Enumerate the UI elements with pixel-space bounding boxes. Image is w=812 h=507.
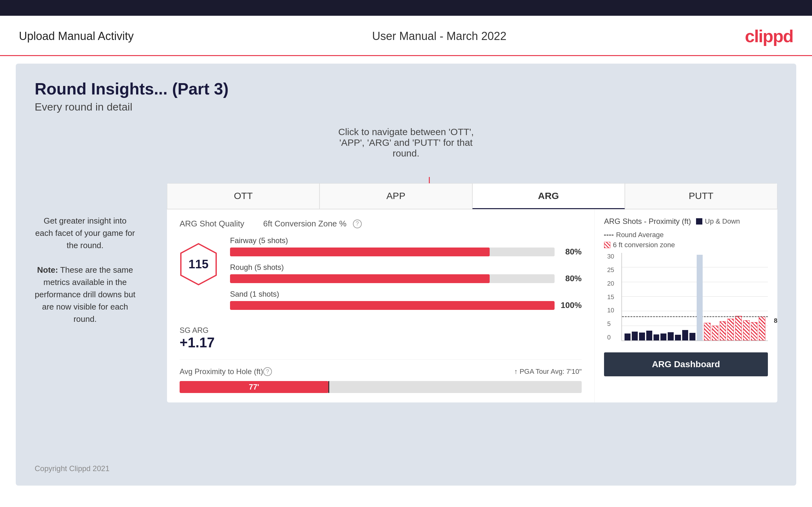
help-icon[interactable]: ? xyxy=(353,220,362,228)
sand-bar-row: 100% xyxy=(230,300,582,310)
hex-value: 115 xyxy=(189,258,208,271)
chart-container: 0 5 10 15 20 25 30 xyxy=(621,253,768,347)
bar-10 xyxy=(690,333,696,340)
proximity-bar-fill: 77' xyxy=(180,381,328,393)
sg-container: SG ARG +1.17 xyxy=(180,326,582,350)
bar-hatch-2 xyxy=(712,326,718,340)
sand-bar-fill xyxy=(230,301,555,310)
fairway-pct: 80% xyxy=(560,247,582,257)
bar-6 xyxy=(660,334,666,340)
shot-bars: Fairway (5 shots) 80% Rough (5 shots) xyxy=(230,236,582,317)
fairway-bar-row: 80% xyxy=(230,247,582,257)
bar-hatch-7 xyxy=(751,322,758,340)
fairway-bar-fill xyxy=(230,247,490,256)
legend-hatch-icon xyxy=(604,242,610,248)
rough-pct: 80% xyxy=(560,274,582,283)
sand-label: Sand (1 shots) xyxy=(230,290,582,298)
bar-4 xyxy=(646,331,652,340)
header: Upload Manual Activity User Manual - Mar… xyxy=(0,16,812,56)
proximity-label: Avg Proximity to Hole (ft) xyxy=(180,367,263,376)
bar-hatch-3 xyxy=(720,321,726,340)
rough-bar-fill xyxy=(230,274,490,283)
legend-up-down-label: Up & Down xyxy=(705,217,740,225)
clippd-logo: clippd xyxy=(745,26,793,46)
card-body: ARG Shot Quality 6ft Conversion Zone % ?… xyxy=(167,210,777,402)
top-bar xyxy=(0,0,812,16)
round-avg-value: 8 xyxy=(774,317,777,324)
sg-arg-label: SG ARG xyxy=(180,326,582,335)
tab-putt[interactable]: PUTT xyxy=(625,183,777,209)
bar-3 xyxy=(639,333,645,340)
rough-bar-row: 80% xyxy=(230,274,582,283)
main-content: Round Insights... (Part 3) Every round i… xyxy=(16,64,796,486)
legend-dashed-icon xyxy=(604,235,613,235)
upload-manual-link[interactable]: Upload Manual Activity xyxy=(19,30,134,43)
bar-hatch-5 xyxy=(735,316,742,340)
tab-app[interactable]: APP xyxy=(319,183,472,209)
arg-shot-quality-label: ARG Shot Quality xyxy=(180,219,244,229)
chart-header: ARG Shots - Proximity (ft) Up & Down Rou… xyxy=(604,217,768,239)
legend-conversion: 6 ft conversion zone xyxy=(604,241,768,249)
bar-current xyxy=(697,255,703,340)
bar-hatch-6 xyxy=(743,320,750,340)
fairway-label: Fairway (5 shots) xyxy=(230,236,582,245)
cursor-line xyxy=(328,381,329,393)
tab-arg[interactable]: ARG xyxy=(472,183,625,209)
proximity-help-icon[interactable]: ? xyxy=(263,367,272,376)
section-subtitle: Every round in detail xyxy=(35,101,777,113)
tab-ott[interactable]: OTT xyxy=(167,183,319,209)
bar-5 xyxy=(654,334,659,340)
sand-bar-track xyxy=(230,301,555,310)
shot-row-sand: Sand (1 shots) 100% xyxy=(230,290,582,310)
hexagon: 115 xyxy=(180,242,217,286)
footer-copyright: Copyright Clippd 2021 xyxy=(35,464,109,473)
bar-hatch-4 xyxy=(727,319,734,341)
proximity-value: 77' xyxy=(249,383,259,391)
bar-7 xyxy=(668,332,674,340)
bar-hatch-8 xyxy=(759,317,765,340)
legend-square-icon xyxy=(696,218,702,225)
chart-area: 8 xyxy=(621,253,768,341)
arg-dashboard-button[interactable]: ARG Dashboard xyxy=(604,352,768,376)
bar-2 xyxy=(632,332,638,340)
pga-avg: ↑ PGA Tour Avg: 7'10" xyxy=(514,368,582,376)
tab-bar: OTT APP ARG PUTT xyxy=(167,183,777,210)
proximity-section: Avg Proximity to Hole (ft) ? ↑ PGA Tour … xyxy=(180,359,582,393)
proximity-header: Avg Proximity to Hole (ft) ? ↑ PGA Tour … xyxy=(180,367,582,376)
bar-hatch-1 xyxy=(704,323,711,340)
right-panel: ARG Shots - Proximity (ft) Up & Down Rou… xyxy=(595,210,777,402)
left-panel: ARG Shot Quality 6ft Conversion Zone % ?… xyxy=(167,210,595,402)
bar-8 xyxy=(675,335,681,340)
conversion-zone-label: 6ft Conversion Zone % xyxy=(263,219,346,229)
legend-round-avg-label: Round Average xyxy=(616,231,664,239)
sand-pct: 100% xyxy=(560,300,582,310)
main-card: OTT APP ARG PUTT ARG Shot Quality 6ft Co… xyxy=(167,183,777,402)
hex-container: 115 Fairway (5 shots) 80% xyxy=(180,236,582,317)
sg-arg-value: +1.17 xyxy=(180,335,582,350)
bar-1 xyxy=(624,334,630,340)
shot-row-rough: Rough (5 shots) 80% xyxy=(230,263,582,283)
legend-round-avg: Round Average xyxy=(604,231,664,239)
rough-bar-track xyxy=(230,274,555,283)
chart-title: ARG Shots - Proximity (ft) xyxy=(604,217,691,226)
y-axis-labels: 0 5 10 15 20 25 30 xyxy=(607,253,614,341)
document-title: User Manual - March 2022 xyxy=(372,30,506,43)
insight-text: Get greater insight into each facet of y… xyxy=(35,215,136,325)
panel-header: ARG Shot Quality 6ft Conversion Zone % ? xyxy=(180,219,582,229)
fairway-bar-track xyxy=(230,247,555,256)
legend-conversion-label: 6 ft conversion zone xyxy=(613,241,675,249)
section-title: Round Insights... (Part 3) xyxy=(35,79,777,98)
note-label: Note: xyxy=(37,265,58,275)
bar-9 xyxy=(682,330,688,340)
proximity-bar-track: 77' xyxy=(180,381,582,393)
chart-bars xyxy=(622,253,768,340)
annotation-text: Click to navigate between 'OTT', 'APP', … xyxy=(327,127,485,159)
rough-label: Rough (5 shots) xyxy=(230,263,582,272)
legend-up-down: Up & Down xyxy=(696,217,740,225)
shot-row-fairway: Fairway (5 shots) 80% xyxy=(230,236,582,257)
